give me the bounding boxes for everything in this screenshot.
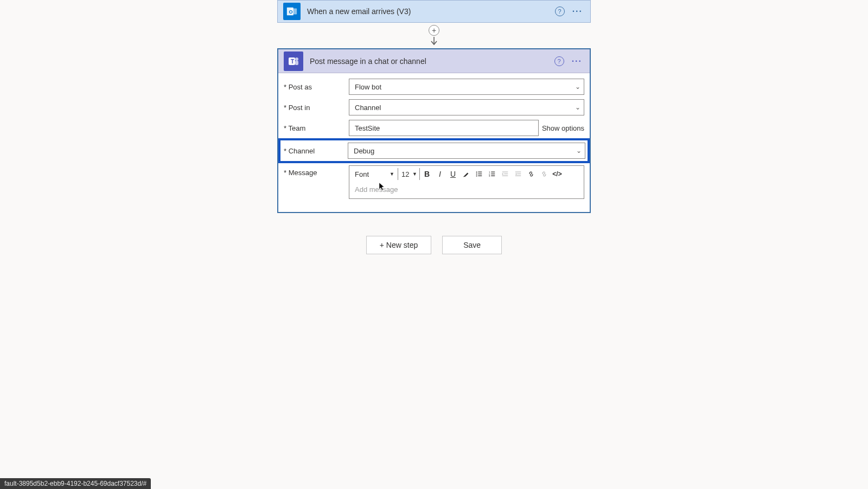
svg-rect-21 bbox=[502, 176, 508, 176]
new-step-button[interactable]: + New step bbox=[366, 236, 431, 254]
action-form: * Post as Flow bot ⌄ * Post in Channel ⌄ bbox=[278, 73, 590, 212]
trigger-card[interactable]: O When a new email arrives (V3) ? ··· bbox=[277, 0, 591, 23]
footer-buttons: + New step Save bbox=[366, 236, 502, 254]
connector: + bbox=[429, 25, 439, 47]
browser-status-bar: fault-3895d5b2-ebb9-4192-b245-69dacf3752… bbox=[0, 478, 151, 489]
post-as-value: Flow bot bbox=[355, 83, 381, 91]
team-input[interactable]: TestSite bbox=[349, 120, 539, 136]
svg-text:T: T bbox=[291, 59, 294, 65]
outdent-button[interactable] bbox=[499, 168, 511, 180]
arrow-down-icon bbox=[430, 37, 438, 47]
team-value: TestSite bbox=[355, 124, 380, 132]
message-label: Message bbox=[289, 169, 317, 177]
post-in-value: Channel bbox=[355, 104, 381, 112]
more-icon[interactable]: ··· bbox=[572, 57, 582, 66]
svg-rect-10 bbox=[478, 173, 482, 174]
svg-rect-22 bbox=[515, 172, 521, 172]
svg-text:3: 3 bbox=[489, 175, 490, 177]
svg-rect-5 bbox=[295, 61, 298, 65]
svg-text:O: O bbox=[289, 9, 293, 15]
trigger-title: When a new email arrives (V3) bbox=[307, 7, 555, 16]
field-post-in: * Post in Channel ⌄ bbox=[284, 99, 584, 115]
svg-point-7 bbox=[476, 171, 477, 172]
svg-point-9 bbox=[476, 173, 477, 175]
trigger-header[interactable]: O When a new email arrives (V3) ? ··· bbox=[278, 1, 590, 22]
bullet-list-button[interactable] bbox=[473, 168, 485, 180]
field-message: * Message Font▼ 12▼ B I U bbox=[284, 165, 584, 199]
chevron-down-icon: ⌄ bbox=[575, 104, 580, 111]
channel-label: Channel bbox=[289, 147, 315, 155]
svg-rect-16 bbox=[491, 173, 495, 174]
help-icon[interactable]: ? bbox=[554, 56, 564, 66]
post-as-label: Post as bbox=[289, 83, 312, 91]
chevron-down-icon: ⌄ bbox=[576, 147, 582, 155]
show-options-link[interactable]: Show options bbox=[542, 124, 584, 132]
svg-rect-23 bbox=[517, 173, 521, 174]
svg-rect-18 bbox=[491, 176, 495, 176]
svg-rect-12 bbox=[478, 176, 482, 176]
svg-rect-24 bbox=[515, 176, 521, 176]
unlink-button[interactable] bbox=[538, 168, 550, 180]
font-size-dropdown[interactable]: 12▼ bbox=[399, 168, 420, 180]
field-post-as: * Post as Flow bot ⌄ bbox=[284, 79, 584, 95]
post-in-dropdown[interactable]: Channel ⌄ bbox=[349, 99, 584, 115]
action-header[interactable]: T Post message in a chat or channel ? ··… bbox=[278, 49, 590, 73]
message-rte[interactable]: Font▼ 12▼ B I U bbox=[349, 165, 584, 199]
action-card[interactable]: T Post message in a chat or channel ? ··… bbox=[277, 48, 591, 213]
field-channel: * Channel Debug ⌄ bbox=[280, 140, 588, 161]
code-view-button[interactable]: </> bbox=[551, 168, 563, 180]
svg-rect-19 bbox=[502, 172, 508, 172]
bold-button[interactable]: B bbox=[421, 168, 433, 180]
post-as-dropdown[interactable]: Flow bot ⌄ bbox=[349, 79, 584, 95]
field-team: * Team TestSite Show options bbox=[284, 120, 584, 136]
rte-toolbar: Font▼ 12▼ B I U bbox=[349, 166, 584, 182]
underline-button[interactable]: U bbox=[447, 168, 459, 180]
save-button[interactable]: Save bbox=[442, 236, 502, 254]
highlight-button[interactable] bbox=[460, 168, 472, 180]
teams-icon: T bbox=[284, 52, 303, 71]
italic-button[interactable]: I bbox=[434, 168, 446, 180]
help-icon[interactable]: ? bbox=[555, 7, 565, 16]
chevron-down-icon: ⌄ bbox=[575, 83, 580, 91]
more-icon[interactable]: ··· bbox=[572, 7, 583, 16]
team-label: Team bbox=[288, 124, 305, 132]
svg-point-4 bbox=[295, 57, 298, 61]
action-title: Post message in a chat or channel bbox=[310, 57, 554, 66]
numbered-list-button[interactable]: 123 bbox=[486, 168, 498, 180]
indent-button[interactable] bbox=[512, 168, 524, 180]
post-in-label: Post in bbox=[289, 104, 310, 112]
svg-point-11 bbox=[476, 175, 477, 176]
message-body[interactable]: Add message bbox=[349, 182, 584, 198]
font-dropdown[interactable]: Font▼ bbox=[352, 168, 398, 180]
svg-rect-14 bbox=[491, 172, 495, 172]
channel-value: Debug bbox=[354, 147, 374, 155]
outlook-icon: O bbox=[283, 3, 301, 20]
link-button[interactable] bbox=[525, 168, 537, 180]
channel-dropdown[interactable]: Debug ⌄ bbox=[348, 143, 585, 159]
svg-rect-20 bbox=[504, 173, 508, 174]
svg-rect-8 bbox=[478, 172, 482, 172]
message-placeholder: Add message bbox=[355, 185, 398, 194]
add-step-between-button[interactable]: + bbox=[429, 25, 439, 36]
